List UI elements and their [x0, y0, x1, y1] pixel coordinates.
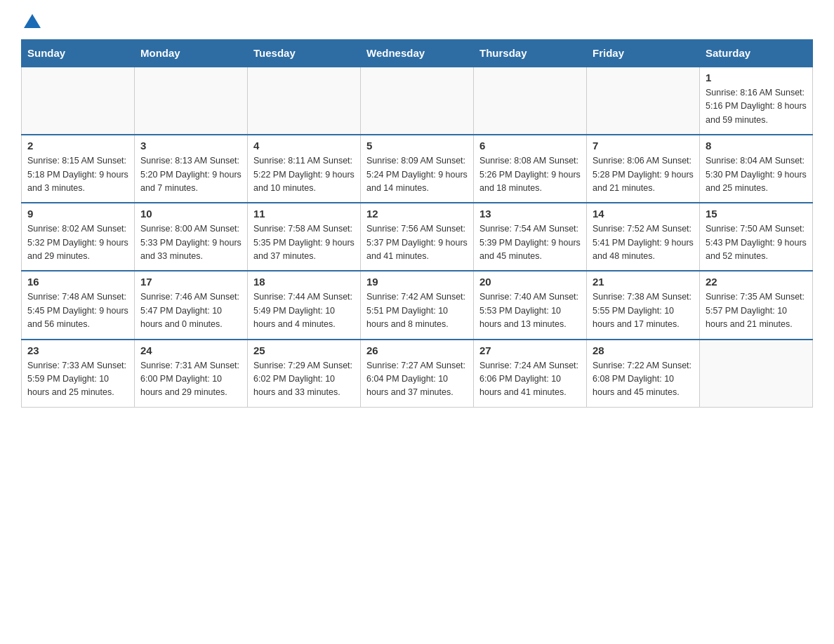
day-number: 24	[140, 344, 241, 356]
day-info: Sunrise: 7:38 AM Sunset: 5:55 PM Dayligh…	[593, 290, 694, 331]
day-number: 18	[253, 276, 355, 288]
day-info: Sunrise: 7:22 AM Sunset: 6:08 PM Dayligh…	[593, 359, 694, 400]
day-info: Sunrise: 7:29 AM Sunset: 6:02 PM Dayligh…	[253, 359, 355, 400]
calendar-cell: 23Sunrise: 7:33 AM Sunset: 5:59 PM Dayli…	[22, 340, 135, 408]
svg-marker-0	[24, 14, 41, 28]
calendar-cell	[587, 67, 700, 135]
day-info: Sunrise: 8:13 AM Sunset: 5:20 PM Dayligh…	[140, 154, 241, 195]
day-info: Sunrise: 8:09 AM Sunset: 5:24 PM Dayligh…	[366, 154, 468, 195]
calendar-cell	[700, 340, 813, 408]
header-wednesday: Wednesday	[361, 40, 474, 67]
day-number: 21	[593, 276, 694, 288]
header-thursday: Thursday	[474, 40, 587, 67]
day-number: 10	[140, 208, 241, 220]
day-info: Sunrise: 7:50 AM Sunset: 5:43 PM Dayligh…	[706, 222, 807, 263]
calendar-cell: 25Sunrise: 7:29 AM Sunset: 6:02 PM Dayli…	[248, 340, 361, 408]
day-info: Sunrise: 8:02 AM Sunset: 5:32 PM Dayligh…	[27, 222, 128, 263]
header-sunday: Sunday	[22, 40, 135, 67]
calendar-cell: 2Sunrise: 8:15 AM Sunset: 5:18 PM Daylig…	[22, 135, 135, 203]
calendar-week-4: 16Sunrise: 7:48 AM Sunset: 5:45 PM Dayli…	[22, 271, 813, 339]
calendar-header-row: SundayMondayTuesdayWednesdayThursdayFrid…	[22, 40, 813, 67]
day-number: 12	[366, 208, 468, 220]
logo-icon	[22, 13, 42, 32]
calendar-week-2: 2Sunrise: 8:15 AM Sunset: 5:18 PM Daylig…	[22, 135, 813, 203]
day-number: 1	[706, 72, 807, 83]
day-number: 11	[253, 208, 355, 220]
day-number: 23	[27, 344, 128, 356]
day-number: 3	[140, 140, 241, 152]
calendar-cell	[248, 67, 361, 135]
day-info: Sunrise: 8:00 AM Sunset: 5:33 PM Dayligh…	[140, 222, 241, 263]
logo	[21, 14, 42, 32]
day-info: Sunrise: 8:16 AM Sunset: 5:16 PM Dayligh…	[706, 86, 807, 127]
calendar-cell: 14Sunrise: 7:52 AM Sunset: 5:41 PM Dayli…	[587, 203, 700, 271]
calendar-cell: 12Sunrise: 7:56 AM Sunset: 5:37 PM Dayli…	[361, 203, 474, 271]
day-number: 5	[366, 140, 468, 152]
day-number: 20	[479, 276, 581, 288]
calendar-cell	[474, 67, 587, 135]
page-header	[21, 14, 813, 32]
calendar-cell: 7Sunrise: 8:06 AM Sunset: 5:28 PM Daylig…	[587, 135, 700, 203]
calendar-cell: 5Sunrise: 8:09 AM Sunset: 5:24 PM Daylig…	[361, 135, 474, 203]
day-number: 27	[479, 344, 581, 356]
calendar-cell: 11Sunrise: 7:58 AM Sunset: 5:35 PM Dayli…	[248, 203, 361, 271]
day-info: Sunrise: 7:48 AM Sunset: 5:45 PM Dayligh…	[27, 290, 128, 331]
day-info: Sunrise: 7:31 AM Sunset: 6:00 PM Dayligh…	[140, 359, 241, 400]
day-info: Sunrise: 7:40 AM Sunset: 5:53 PM Dayligh…	[479, 290, 581, 331]
day-number: 17	[140, 276, 241, 288]
day-number: 7	[593, 140, 694, 152]
day-number: 2	[27, 140, 128, 152]
day-number: 4	[253, 140, 355, 152]
day-info: Sunrise: 7:46 AM Sunset: 5:47 PM Dayligh…	[140, 290, 241, 331]
calendar-cell: 13Sunrise: 7:54 AM Sunset: 5:39 PM Dayli…	[474, 203, 587, 271]
day-info: Sunrise: 8:08 AM Sunset: 5:26 PM Dayligh…	[479, 154, 581, 195]
day-number: 22	[706, 276, 807, 288]
day-info: Sunrise: 7:54 AM Sunset: 5:39 PM Dayligh…	[479, 222, 581, 263]
calendar-cell: 22Sunrise: 7:35 AM Sunset: 5:57 PM Dayli…	[700, 271, 813, 339]
calendar-cell	[361, 67, 474, 135]
calendar-cell	[22, 67, 135, 135]
day-number: 26	[366, 344, 468, 356]
day-info: Sunrise: 7:24 AM Sunset: 6:06 PM Dayligh…	[479, 359, 581, 400]
calendar-cell: 6Sunrise: 8:08 AM Sunset: 5:26 PM Daylig…	[474, 135, 587, 203]
calendar-cell: 10Sunrise: 8:00 AM Sunset: 5:33 PM Dayli…	[135, 203, 248, 271]
day-info: Sunrise: 7:58 AM Sunset: 5:35 PM Dayligh…	[253, 222, 355, 263]
day-info: Sunrise: 8:15 AM Sunset: 5:18 PM Dayligh…	[27, 154, 128, 195]
day-info: Sunrise: 7:42 AM Sunset: 5:51 PM Dayligh…	[366, 290, 468, 331]
calendar-cell: 18Sunrise: 7:44 AM Sunset: 5:49 PM Dayli…	[248, 271, 361, 339]
calendar-cell: 3Sunrise: 8:13 AM Sunset: 5:20 PM Daylig…	[135, 135, 248, 203]
day-number: 13	[479, 208, 581, 220]
day-info: Sunrise: 7:27 AM Sunset: 6:04 PM Dayligh…	[366, 359, 468, 400]
day-number: 8	[706, 140, 807, 152]
calendar-cell: 28Sunrise: 7:22 AM Sunset: 6:08 PM Dayli…	[587, 340, 700, 408]
calendar-cell: 27Sunrise: 7:24 AM Sunset: 6:06 PM Dayli…	[474, 340, 587, 408]
day-info: Sunrise: 8:11 AM Sunset: 5:22 PM Dayligh…	[253, 154, 355, 195]
day-info: Sunrise: 7:33 AM Sunset: 5:59 PM Dayligh…	[27, 359, 128, 400]
calendar-cell: 1Sunrise: 8:16 AM Sunset: 5:16 PM Daylig…	[700, 67, 813, 135]
day-info: Sunrise: 7:44 AM Sunset: 5:49 PM Dayligh…	[253, 290, 355, 331]
calendar-week-3: 9Sunrise: 8:02 AM Sunset: 5:32 PM Daylig…	[22, 203, 813, 271]
day-info: Sunrise: 8:04 AM Sunset: 5:30 PM Dayligh…	[706, 154, 807, 195]
calendar-cell: 17Sunrise: 7:46 AM Sunset: 5:47 PM Dayli…	[135, 271, 248, 339]
day-info: Sunrise: 7:52 AM Sunset: 5:41 PM Dayligh…	[593, 222, 694, 263]
calendar-cell: 9Sunrise: 8:02 AM Sunset: 5:32 PM Daylig…	[22, 203, 135, 271]
calendar-table: SundayMondayTuesdayWednesdayThursdayFrid…	[21, 39, 813, 408]
header-saturday: Saturday	[700, 40, 813, 67]
calendar-cell: 20Sunrise: 7:40 AM Sunset: 5:53 PM Dayli…	[474, 271, 587, 339]
header-tuesday: Tuesday	[248, 40, 361, 67]
calendar-cell: 19Sunrise: 7:42 AM Sunset: 5:51 PM Dayli…	[361, 271, 474, 339]
day-info: Sunrise: 7:56 AM Sunset: 5:37 PM Dayligh…	[366, 222, 468, 263]
day-info: Sunrise: 7:35 AM Sunset: 5:57 PM Dayligh…	[706, 290, 807, 331]
calendar-cell: 21Sunrise: 7:38 AM Sunset: 5:55 PM Dayli…	[587, 271, 700, 339]
day-number: 15	[706, 208, 807, 220]
calendar-cell: 15Sunrise: 7:50 AM Sunset: 5:43 PM Dayli…	[700, 203, 813, 271]
calendar-cell	[135, 67, 248, 135]
header-friday: Friday	[587, 40, 700, 67]
day-number: 25	[253, 344, 355, 356]
day-info: Sunrise: 8:06 AM Sunset: 5:28 PM Dayligh…	[593, 154, 694, 195]
calendar-week-1: 1Sunrise: 8:16 AM Sunset: 5:16 PM Daylig…	[22, 67, 813, 135]
day-number: 9	[27, 208, 128, 220]
calendar-cell: 4Sunrise: 8:11 AM Sunset: 5:22 PM Daylig…	[248, 135, 361, 203]
calendar-cell: 8Sunrise: 8:04 AM Sunset: 5:30 PM Daylig…	[700, 135, 813, 203]
calendar-cell: 26Sunrise: 7:27 AM Sunset: 6:04 PM Dayli…	[361, 340, 474, 408]
